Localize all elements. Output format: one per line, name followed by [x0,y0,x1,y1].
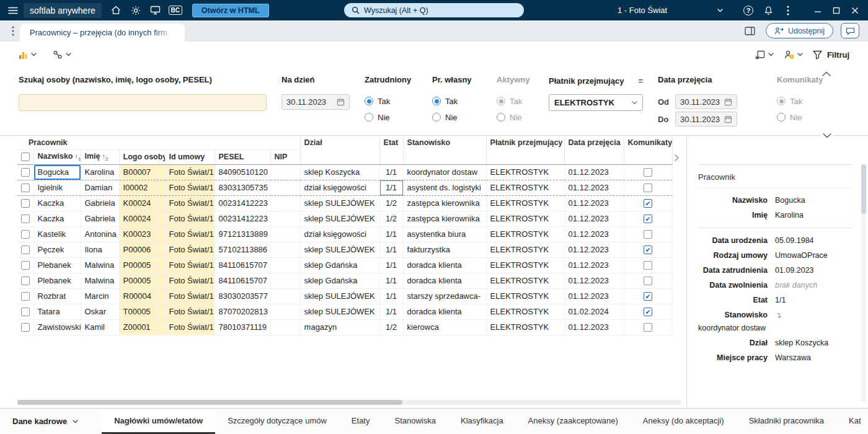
help-icon[interactable]: ? [739,2,758,19]
home-icon[interactable] [107,2,125,19]
cell-stanowisko[interactable]: asystent ds. logistyki [403,180,486,195]
table-row[interactable]: BoguckaKarolinaB00007Foto Świat/18409051… [17,164,672,180]
column-header-stanowisko[interactable]: Stanowisko [403,136,486,164]
cell-dzial[interactable]: sklep Gdańska [300,273,379,288]
menu-icon[interactable] [4,2,22,19]
cell-nip[interactable] [270,242,300,257]
komunikaty-checkbox[interactable] [644,277,652,285]
cell-id-umowy[interactable]: Foto Świat/1 [165,242,215,257]
kebab-vertical-icon[interactable] [6,23,20,39]
cell-platnik-przejmujacy[interactable]: ELEKTROSTYK [486,273,564,288]
cell-data-przejecia[interactable]: 01.12.2023 [564,242,624,257]
cell-pesel[interactable]: 83031305735 [215,180,270,195]
person-search-input[interactable] [19,94,267,111]
detail-field-value[interactable]: Karolina [775,211,852,219]
collapse-filters-chevron-up-icon[interactable] [820,69,833,79]
cell-id-umowy[interactable]: Foto Świat/1 [165,273,215,288]
bottom-tab[interactable]: Stanowiska [382,409,448,434]
detail-field-value[interactable]: 1/1 [775,296,852,304]
cell-data-przejecia[interactable]: 01.12.2023 [564,273,624,288]
cell-pesel[interactable]: 84110615707 [215,273,270,288]
bottom-tab[interactable]: Składniki pracownika [737,409,836,434]
page-tab[interactable]: Pracownicy – przejęcia (do innych firm [20,24,185,42]
cell-data-przejecia[interactable]: 01.12.2023 [564,195,624,211]
cell-logo-osoby[interactable]: Z00001 [119,319,165,335]
cell-nip[interactable] [270,257,300,273]
cell-stanowisko[interactable]: fakturzystka [403,242,486,257]
cell-stanowisko[interactable]: doradca klienta [403,304,486,319]
personalization-warning-button[interactable] [784,50,803,60]
detail-field-value[interactable]: UmowaOPrace [775,251,852,260]
cell-imie[interactable]: Kamil [81,319,119,335]
panel-layout-icon[interactable] [742,24,758,38]
cell-dzial[interactable]: sklep SULEJÓWEK [300,242,379,257]
select-all-checkbox[interactable] [21,153,30,161]
topbar-search[interactable] [344,3,524,17]
detail-field-value[interactable]: Warszawa [775,353,852,362]
cell-dzial[interactable]: sklep Koszycka [300,164,379,180]
column-header-pesel[interactable]: PESEL [215,149,270,164]
cell-logo-osoby[interactable]: R00004 [119,288,165,304]
komunikaty-checkbox[interactable]: ✔ [644,292,652,301]
platnik-combobox[interactable]: ELEKTROSTYK [549,94,643,111]
column-header-nazwisko[interactable]: Nazwisko↑1 [33,149,81,164]
vertical-scrollbar[interactable] [861,164,866,402]
cell-imie[interactable]: Marcin [81,288,119,304]
cell-stanowisko[interactable]: starszy sprzedawca- [403,288,486,304]
cell-nazwisko[interactable]: Kaczka [33,211,81,226]
cell-etat[interactable]: 1/1 [379,164,403,180]
comment-button[interactable] [841,23,859,38]
maximize-button[interactable] [827,2,846,19]
cell-pesel[interactable]: 57102113886 [215,242,270,257]
cell-id-umowy[interactable]: Foto Świat/1 [165,288,215,304]
detail-field-value-wide[interactable]: koordynator dostaw [698,324,852,332]
cell-stanowisko[interactable]: doradca klienta [403,273,486,288]
radio-zatrudniony-tak[interactable]: Tak [365,94,417,108]
cell-nip[interactable] [270,273,300,288]
cell-imie[interactable]: Gabriela [81,211,119,226]
cell-pesel[interactable]: 84090510120 [215,164,270,180]
bottom-tab[interactable]: Klasyfikacja [448,409,516,434]
cell-platnik-przejmujacy[interactable]: ELEKTROSTYK [486,304,564,319]
cell-data-przejecia[interactable]: 01.12.2023 [564,164,624,180]
cell-pesel[interactable]: 78010371119 [215,319,270,335]
cell-data-przejecia[interactable]: 01.12.2023 [564,319,624,335]
row-select-checkbox[interactable] [21,277,30,285]
cell-nip[interactable] [270,319,300,335]
cell-stanowisko[interactable]: koordynator dostaw [403,164,486,180]
komunikaty-checkbox[interactable] [644,184,652,192]
cell-etat[interactable]: 1/2 [379,211,403,226]
cell-etat[interactable]: 1/1 [379,288,403,304]
cell-logo-osoby[interactable]: B00007 [119,164,165,180]
cell-etat[interactable]: 1/2 [379,195,403,211]
table-row[interactable]: KaczkaGabrielaK00024Foto Świat/100231412… [17,211,672,226]
detail-field-value[interactable]: brak danych [775,281,852,290]
row-select-checkbox[interactable] [21,308,30,316]
share-button[interactable]: Udostępnij [766,23,833,38]
cell-imie[interactable]: Gabriela [81,195,119,211]
cell-id-umowy[interactable]: Foto Świat/1 [165,180,215,195]
row-select-checkbox[interactable] [21,292,30,301]
cell-etat[interactable]: 1/2 [379,319,403,335]
cell-logo-osoby[interactable]: P00006 [119,242,165,257]
cell-imie[interactable]: Ilona [81,242,119,257]
cell-stanowisko[interactable]: zastępca kierownika [403,211,486,226]
cell-data-przejecia[interactable]: 01.12.2023 [564,226,624,242]
table-row[interactable]: TataraOskarT00005Foto Świat/187070202813… [17,304,672,319]
cell-etat[interactable]: 1/1 [379,257,403,273]
cell-platnik-przejmujacy[interactable]: ELEKTROSTYK [486,164,564,180]
cell-nip[interactable] [270,211,300,226]
komunikaty-checkbox[interactable] [644,261,652,270]
cell-dzial[interactable]: sklep SULEJÓWEK [300,211,379,226]
table-row[interactable]: PęczekIlonaP00006Foto Świat/157102113886… [17,242,672,257]
cell-id-umowy[interactable]: Foto Świat/1 [165,257,215,273]
cell-nip[interactable] [270,164,300,180]
bottom-tab[interactable]: Aneksy (zaakceptowane) [516,409,631,434]
komunikaty-checkbox[interactable] [644,168,652,177]
kebab-icon[interactable] [779,2,797,19]
column-header-komunikaty[interactable]: Komunikaty [624,136,672,164]
horizontal-scrollbar[interactable] [17,400,681,405]
cell-pesel[interactable]: 84110615707 [215,257,270,273]
komunikaty-checkbox[interactable]: ✔ [644,308,652,316]
cell-stanowisko[interactable]: zastępca kierownika [403,195,486,211]
